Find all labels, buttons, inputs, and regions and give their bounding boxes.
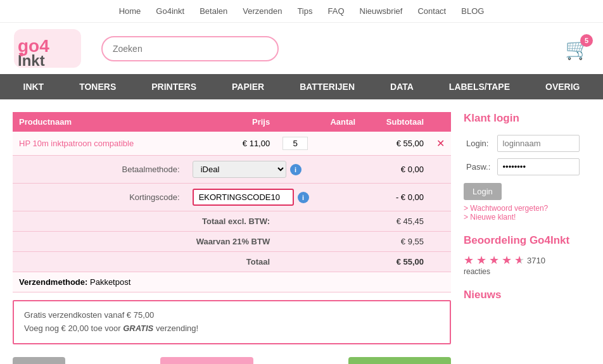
password-input[interactable] (497, 158, 580, 175)
star-3: ★ (489, 253, 499, 267)
star-2: ★ (476, 253, 486, 267)
payment-cost: € 0,00 (362, 156, 430, 184)
login-input[interactable] (497, 135, 580, 152)
payment-info-button[interactable]: i (290, 164, 302, 175)
cat-toners[interactable]: TONERS (61, 74, 134, 99)
search-input[interactable] (101, 36, 279, 61)
nav-verzenden[interactable]: Verzenden (243, 6, 282, 16)
korting-input[interactable] (193, 189, 294, 206)
site-header: go4 Inkt 🛒 5 (0, 23, 603, 74)
category-navigation: INKT TONERS PRINTERS PAPIER BATTERIJEN D… (0, 74, 603, 99)
star-5-half: ★ (514, 253, 524, 267)
nav-nieuwsbrief[interactable]: Nieuwsbrief (360, 6, 403, 16)
nav-home[interactable]: Home (119, 6, 141, 16)
nav-faq[interactable]: FAQ (327, 6, 344, 16)
back-button[interactable]: « Terug (13, 357, 65, 364)
gratis-bold: GRATIS (123, 323, 153, 333)
star-4: ★ (502, 253, 512, 267)
col-subtotaal: Subtotaal (362, 112, 430, 132)
korting-label: Kortingscode: (13, 184, 186, 211)
svg-point-3 (20, 53, 23, 56)
product-qty-cell (276, 132, 362, 156)
logo[interactable]: go4 Inkt (13, 28, 82, 69)
totaal-excl-value: € 45,45 (362, 211, 430, 232)
cart-table: Productnaam Prijs Aantal Subtotaal HP 10… (13, 112, 451, 292)
payment-select[interactable]: iDeal Creditcard PayPal Bankoverschrijvi… (193, 161, 286, 178)
cat-inkt[interactable]: INKT (6, 74, 62, 99)
nav-blog[interactable]: BLOG (461, 6, 484, 16)
search-bar (101, 36, 279, 61)
order-button[interactable]: » Bestelling afronden (348, 357, 451, 364)
gratis-line1: Gratis verzendkosten vanaf € 75,00 (24, 310, 154, 320)
cart-badge: 5 (580, 34, 593, 47)
verzend-method: Pakketpost (90, 277, 130, 287)
new-customer-link[interactable]: > Nieuwe klant! (464, 213, 590, 222)
col-aantal: Aantal (276, 112, 362, 132)
cat-data[interactable]: DATA (372, 74, 431, 99)
remove-button[interactable]: ✕ (436, 137, 445, 149)
top-navigation: Home Go4inkt Betalen Verzenden Tips FAQ … (0, 0, 603, 22)
nieuws-box: Nieuws (464, 289, 590, 301)
gratis-line2-post: verzending! (153, 323, 198, 333)
totaal-value: € 55,00 (362, 252, 430, 272)
col-productnaam: Productnaam (13, 112, 186, 132)
product-subtotal: € 55,00 (362, 132, 430, 156)
totaal-label: Totaal (13, 252, 276, 272)
korting-discount: - € 0,00 (362, 184, 430, 211)
nav-contact[interactable]: Contact (417, 6, 446, 16)
totaal-excl-label: Totaal excl. BTW: (13, 211, 276, 232)
star-rating: ★ ★ ★ ★ ★ 3710 (464, 253, 590, 267)
verzend-info: Verzendmethode: Pakketpost (13, 272, 451, 292)
cat-batterijen[interactable]: BATTERIJEN (282, 74, 372, 99)
payment-label: Betaalmethode: (13, 156, 186, 184)
cat-labels[interactable]: LABELS/TAPE (431, 74, 528, 99)
product-price: € 11,00 (186, 132, 277, 156)
nieuws-title: Nieuws (464, 289, 590, 301)
col-prijs: Prijs (186, 112, 277, 132)
payment-row: Betaalmethode: iDeal Creditcard PayPal B… (13, 156, 451, 184)
forgot-password-link[interactable]: > Wachtwoord vergeten? (464, 204, 590, 213)
korting-input-cell: i (186, 184, 362, 211)
logo-svg: go4 Inkt (13, 28, 82, 69)
login-links: > Wachtwoord vergeten? > Nieuwe klant! (464, 204, 590, 222)
star-1: ★ (464, 253, 474, 267)
korting-row: Kortingscode: i - € 0,00 (13, 184, 451, 211)
nav-betalen[interactable]: Betalen (200, 6, 227, 16)
totaal-row: Totaal € 55,00 (13, 252, 451, 272)
cat-papier[interactable]: PAPIER (214, 74, 282, 99)
rating-count: 3710 (527, 256, 545, 265)
payment-select-cell: iDeal Creditcard PayPal Bankoverschrijvi… (186, 156, 362, 184)
klant-login-box: Klant login Login: Pasw.: Login > Wachtw… (464, 112, 590, 222)
btw-label: Waarvan 21% BTW (13, 232, 276, 252)
table-row: HP 10m inktpatroon compatible € 11,00 € … (13, 132, 451, 156)
klant-login-title: Klant login (464, 112, 590, 125)
product-link[interactable]: HP 10m inktpatroon compatible (19, 139, 134, 148)
beoordeling-title: Beoordeling Go4Inkt (464, 234, 590, 247)
btw-row: Waarvan 21% BTW € 9,55 (13, 232, 451, 252)
nav-go4inkt[interactable]: Go4inkt (156, 6, 184, 16)
cat-printers[interactable]: PRINTERS (134, 74, 214, 99)
verzend-row: Verzendmethode: Pakketpost (13, 272, 451, 292)
cart-area[interactable]: 🛒 5 (565, 37, 590, 61)
qty-input[interactable] (282, 137, 308, 150)
beoordeling-box: Beoordeling Go4Inkt ★ ★ ★ ★ ★ 3710 react… (464, 234, 590, 276)
login-label: Login: (465, 132, 495, 154)
pasw-label: Pasw.: (465, 156, 495, 178)
totaal-excl-row: Totaal excl. BTW: € 45,45 (13, 211, 451, 232)
gratis-box: Gratis verzendkosten vanaf € 75,00 Voeg … (13, 300, 451, 344)
gratis-line2-pre: Voeg nog € 20,00 toe voor (24, 323, 123, 333)
korting-info-button[interactable]: i (298, 192, 309, 203)
clear-cart-button[interactable]: Leeg winkelwagen (160, 357, 253, 364)
nav-tips[interactable]: Tips (297, 6, 312, 16)
action-buttons: « Terug Leeg winkelwagen » Bestelling af… (13, 357, 451, 364)
login-form: Login: Pasw.: Login > Wachtwoord vergete… (464, 131, 590, 222)
verzend-label: Verzendmethode: (19, 277, 87, 287)
cart-content: Productnaam Prijs Aantal Subtotaal HP 10… (13, 112, 451, 364)
sidebar: Klant login Login: Pasw.: Login > Wachtw… (464, 112, 590, 364)
login-button[interactable]: Login (464, 183, 502, 200)
cat-overig[interactable]: OVERIG (528, 74, 597, 99)
reacties: reacties (464, 267, 590, 276)
btw-value: € 9,55 (362, 232, 430, 252)
main-content: Productnaam Prijs Aantal Subtotaal HP 10… (0, 99, 603, 364)
